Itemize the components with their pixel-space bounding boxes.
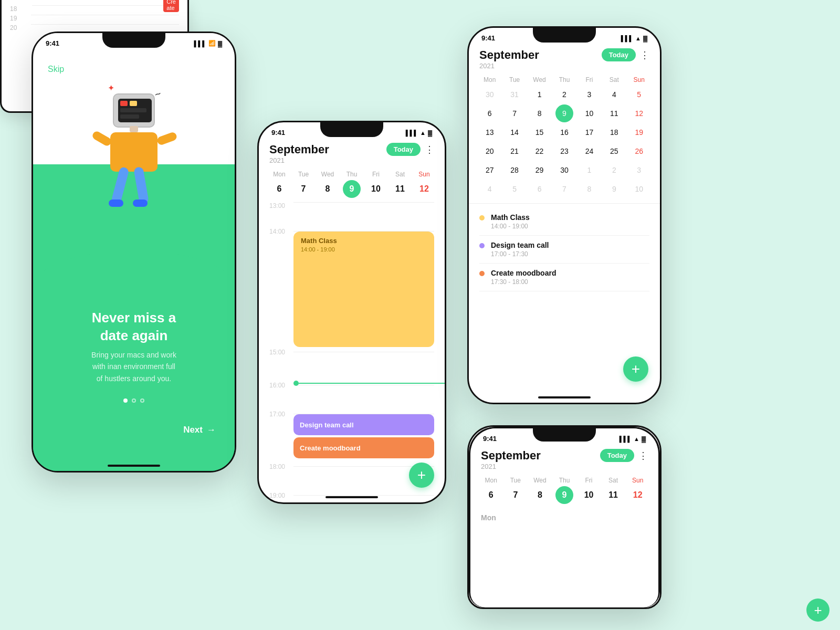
event-title-moodboard: Create moodboard — [491, 269, 556, 277]
cal-oct4[interactable]: 4 — [481, 180, 499, 198]
status-bar-4: 9:41 ▌▌▌ ▲ ▓ — [469, 28, 660, 44]
cal-24[interactable]: 24 — [580, 142, 598, 160]
create-moodboard-event[interactable]: Create moodboard — [293, 437, 434, 458]
fab-full-cal[interactable]: + — [623, 356, 648, 382]
schedule-month: September — [269, 143, 329, 156]
more-options-bottom[interactable]: ⋮ — [638, 450, 648, 461]
cal-oct6[interactable]: 6 — [531, 180, 549, 198]
event-item-design[interactable]: Design team call 17:00 - 17:30 — [479, 236, 649, 264]
cal-1[interactable]: 1 — [531, 86, 549, 103]
time-16: 16:00 — [269, 385, 434, 414]
skip-button[interactable]: Skip — [48, 65, 64, 74]
robot-screen — [118, 99, 152, 122]
cal-27[interactable]: 27 — [481, 161, 499, 179]
next-button[interactable]: Next → — [183, 425, 216, 435]
cal-oct8[interactable]: 8 — [580, 180, 598, 198]
col-tue: Tue — [502, 76, 527, 83]
cal-20[interactable]: 20 — [481, 142, 499, 160]
label-17: 17:00 — [269, 411, 293, 418]
cal-10[interactable]: 10 — [580, 104, 598, 122]
event-item-math[interactable]: Math Class 14:00 - 19:00 — [479, 208, 649, 236]
cal-oct10[interactable]: 10 — [630, 180, 648, 198]
robot-shoe-right — [133, 200, 148, 207]
cal-9-today[interactable]: 9 — [555, 104, 573, 122]
design-team-event[interactable]: Design team call — [293, 414, 434, 435]
today-button-bottom[interactable]: Today — [600, 449, 634, 462]
week-day-fri-b[interactable]: Fri 10 — [580, 477, 598, 504]
cal-7[interactable]: 7 — [506, 104, 523, 122]
calendar-bottom-partial: 9:41 ▌▌▌ ▲ ▓ September 2021 Today ⋮ Mon … — [467, 425, 662, 609]
cal-12[interactable]: 12 — [630, 104, 648, 122]
math-class-event[interactable]: Math Class 14:00 - 19:00 — [293, 232, 434, 347]
week-day-thu[interactable]: Thu 9 — [342, 171, 361, 198]
cal-26[interactable]: 26 — [630, 142, 648, 160]
status-icons-1: ▌▌▌ 📶 ▓ — [194, 40, 222, 47]
cal-oct7[interactable]: 7 — [555, 180, 573, 198]
cal-row-1: 30 31 1 2 3 4 5 — [477, 86, 652, 103]
cal-5[interactable]: 5 — [630, 86, 648, 103]
cal-22[interactable]: 22 — [531, 142, 549, 160]
cal-17[interactable]: 17 — [580, 123, 598, 141]
cal-30b[interactable]: 30 — [555, 161, 573, 179]
event-item-moodboard[interactable]: Create moodboard 17:30 - 18:00 — [479, 264, 649, 291]
cal-31[interactable]: 31 — [506, 86, 523, 103]
cal-23[interactable]: 23 — [555, 142, 573, 160]
cal-6[interactable]: 6 — [481, 104, 499, 122]
cal-25[interactable]: 25 — [605, 142, 623, 160]
cal-8[interactable]: 8 — [531, 104, 549, 122]
week-day-wed-b[interactable]: Wed 8 — [530, 477, 549, 504]
fab-schedule[interactable]: + — [409, 463, 434, 488]
robot-torso — [110, 132, 158, 172]
cal-oct2[interactable]: 2 — [605, 161, 623, 179]
cal-11[interactable]: 11 — [605, 104, 623, 122]
cal-3[interactable]: 3 — [580, 86, 598, 103]
cal-oct1[interactable]: 1 — [580, 161, 598, 179]
battery-5: ▓ — [642, 436, 646, 442]
cal-18[interactable]: 18 — [605, 123, 623, 141]
cal-oct5[interactable]: 5 — [506, 180, 523, 198]
col-fri: Fri — [577, 76, 602, 83]
event-info-math: Math Class 14:00 - 19:00 — [491, 213, 530, 230]
battery-4: ▓ — [643, 35, 647, 41]
week-day-mon[interactable]: Mon 6 — [270, 171, 289, 198]
robot-leg-left — [111, 166, 130, 204]
cal-2[interactable]: 2 — [555, 86, 573, 103]
week-day-sun[interactable]: Sun 12 — [415, 171, 434, 198]
cal-oct9[interactable]: 9 — [605, 180, 623, 198]
more-options-cal[interactable]: ⋮ — [640, 49, 649, 61]
cal-21[interactable]: 21 — [506, 142, 523, 160]
cal-30[interactable]: 30 — [481, 86, 499, 103]
robot-arm-left — [91, 130, 113, 148]
cal-19[interactable]: 19 — [630, 123, 648, 141]
today-button-cal[interactable]: Today — [602, 48, 636, 61]
cal-16[interactable]: 16 — [555, 123, 573, 141]
more-options-schedule[interactable]: ⋮ — [425, 144, 434, 155]
week-day-sat-b[interactable]: Sat 11 — [604, 477, 623, 504]
week-day-sun-b[interactable]: Sun 12 — [628, 477, 647, 504]
cal-row-4: 20 21 22 23 24 25 26 — [477, 142, 652, 160]
week-day-mon-b[interactable]: Mon 6 — [481, 477, 500, 504]
cal-4[interactable]: 4 — [605, 86, 623, 103]
label-16: 16:00 — [269, 382, 293, 389]
status-bar-3: 9:41 ▌▌▌ ▲ ▓ — [259, 122, 445, 139]
cal-28[interactable]: 28 — [506, 161, 523, 179]
event-info-design: Design team call 17:00 - 17:30 — [491, 241, 549, 258]
cal-15[interactable]: 15 — [531, 123, 549, 141]
design-team-title: Design team call — [300, 421, 354, 429]
cal-29[interactable]: 29 — [531, 161, 549, 179]
event-dot-math — [479, 215, 485, 220]
week-day-fri[interactable]: Fri 10 — [366, 171, 385, 198]
cal-oct3[interactable]: 3 — [630, 161, 648, 179]
onboarding-title: Never miss a date again — [33, 309, 235, 345]
event-dot-moodboard — [479, 271, 485, 276]
week-day-thu-b[interactable]: Thu 9 — [555, 477, 574, 504]
week-day-tue[interactable]: Tue 7 — [294, 171, 313, 198]
today-button-schedule[interactable]: Today — [386, 143, 421, 156]
week-day-tue-b[interactable]: Tue 7 — [506, 477, 525, 504]
cal-13[interactable]: 13 — [481, 123, 499, 141]
week-day-wed[interactable]: Wed 8 — [318, 171, 337, 198]
week-day-sat[interactable]: Sat 11 — [391, 171, 410, 198]
event-time-design: 17:00 - 17:30 — [491, 250, 549, 258]
cal-14[interactable]: 14 — [506, 123, 523, 141]
time-15: 15:00 — [269, 352, 434, 381]
